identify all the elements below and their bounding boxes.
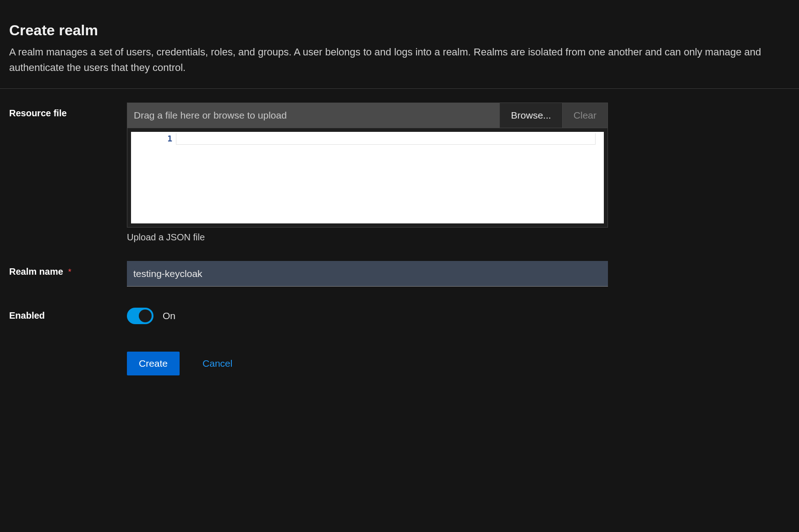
page-header: Create realm A realm manages a set of us… — [0, 0, 799, 89]
realm-name-label: Realm name — [9, 266, 63, 277]
resource-file-label: Resource file — [9, 108, 67, 118]
code-editor-container: 1 — [127, 128, 608, 228]
toggle-knob — [139, 309, 152, 322]
realm-name-row: Realm name * — [9, 261, 790, 287]
file-drop-zone[interactable]: Drag a file here or browse to upload — [127, 103, 499, 128]
enabled-label: Enabled — [9, 310, 45, 320]
enabled-toggle[interactable] — [127, 308, 153, 324]
enabled-state-label: On — [163, 310, 175, 321]
code-editor[interactable]: 1 — [131, 132, 604, 223]
page-title: Create realm — [9, 22, 790, 39]
clear-button: Clear — [562, 103, 607, 128]
browse-button[interactable]: Browse... — [499, 103, 562, 128]
resource-file-helper: Upload a JSON file — [127, 232, 608, 243]
form-actions: Create Cancel — [127, 352, 790, 375]
create-realm-form: Resource file Drag a file here or browse… — [0, 89, 799, 389]
create-button[interactable]: Create — [127, 352, 180, 375]
enabled-row: Enabled On — [9, 305, 790, 324]
required-indicator: * — [68, 267, 71, 277]
line-gutter: 1 — [131, 132, 176, 223]
realm-name-input[interactable] — [127, 261, 608, 287]
resource-file-row: Resource file Drag a file here or browse… — [9, 103, 790, 243]
line-number: 1 — [167, 134, 172, 143]
code-content-area[interactable] — [176, 133, 596, 145]
cancel-button[interactable]: Cancel — [202, 358, 232, 369]
file-upload-bar: Drag a file here or browse to upload Bro… — [127, 103, 608, 128]
page-description: A realm manages a set of users, credenti… — [9, 44, 790, 76]
